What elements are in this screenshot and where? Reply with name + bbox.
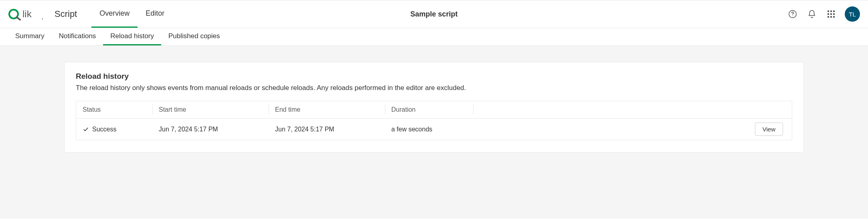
cell-start-time: Jun 7, 2024 5:17 PM [152, 126, 269, 133]
subtab-published-copies[interactable]: Published copies [161, 28, 227, 45]
subtab-notifications[interactable]: Notifications [52, 28, 103, 45]
table-row: Success Jun 7, 2024 5:17 PM Jun 7, 2024 … [76, 118, 792, 140]
avatar[interactable]: TL [845, 6, 860, 22]
svg-line-1 [17, 17, 20, 20]
col-status: Status [76, 101, 152, 118]
header-actions: TL [787, 6, 860, 22]
col-actions [473, 101, 792, 118]
apps-grid-icon[interactable] [826, 8, 837, 20]
svg-rect-7 [830, 10, 832, 12]
sub-nav: Summary Notifications Reload history Pub… [0, 28, 868, 46]
svg-rect-12 [828, 16, 829, 18]
cell-status: Success [76, 126, 152, 133]
col-start-time: Start time [152, 101, 269, 118]
check-icon [83, 126, 89, 133]
col-duration: Duration [385, 101, 473, 118]
subtab-reload-history[interactable]: Reload history [103, 28, 161, 45]
section-name: Script [55, 9, 77, 19]
svg-rect-13 [830, 16, 832, 18]
subtab-summary[interactable]: Summary [8, 28, 52, 45]
tab-editor[interactable]: Editor [138, 0, 172, 28]
qlik-logo[interactable]: lik [8, 8, 45, 20]
svg-rect-14 [833, 16, 835, 18]
bell-icon[interactable] [806, 8, 817, 20]
svg-rect-11 [833, 13, 835, 15]
svg-point-5 [792, 16, 793, 16]
panel-title: Reload history [76, 72, 792, 81]
cell-actions: View [473, 123, 792, 136]
status-text: Success [92, 126, 116, 133]
page-title: Sample script [410, 10, 457, 18]
page-body: Reload history The reload history only s… [0, 46, 868, 219]
svg-rect-9 [828, 13, 829, 15]
reload-history-panel: Reload history The reload history only s… [64, 62, 804, 153]
primary-tabs: Overview Editor [91, 0, 172, 28]
cell-end-time: Jun 7, 2024 5:17 PM [269, 126, 385, 133]
cell-duration: a few seconds [385, 126, 473, 133]
table-header: Status Start time End time Duration [76, 101, 792, 118]
view-button[interactable]: View [755, 123, 783, 136]
svg-rect-6 [828, 10, 829, 12]
svg-text:lik: lik [22, 8, 32, 19]
tab-overview[interactable]: Overview [91, 0, 138, 28]
panel-description: The reload history only shows events fro… [76, 84, 792, 92]
header-bar: lik Script Overview Editor Sample script [0, 0, 868, 28]
help-icon[interactable] [787, 8, 798, 20]
col-end-time: End time [269, 101, 385, 118]
svg-rect-10 [830, 13, 832, 15]
svg-point-3 [42, 18, 43, 19]
reload-history-table: Status Start time End time Duration Succ… [76, 101, 792, 140]
svg-rect-8 [833, 10, 835, 12]
